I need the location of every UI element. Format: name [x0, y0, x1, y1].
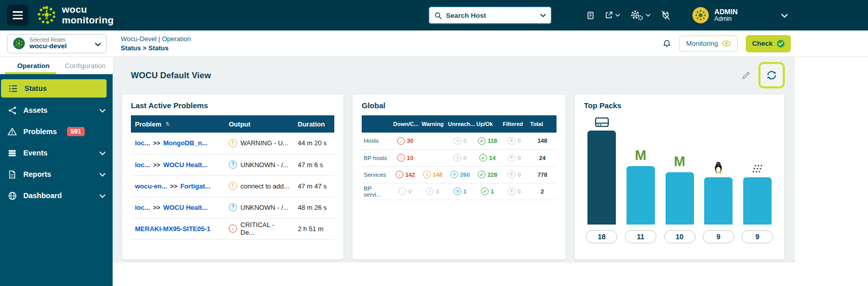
topbar-icon-group — [586, 10, 671, 21]
service-link[interactable]: WOCU Healt... — [163, 204, 207, 211]
pack-count-pill[interactable]: 9 — [703, 230, 734, 243]
report-file-icon — [7, 170, 17, 179]
check-button[interactable]: Check — [746, 35, 791, 52]
realm-selector[interactable]: Selected Realm wocu-devel — [7, 34, 107, 53]
column-header-problem[interactable]: Problem — [131, 115, 225, 133]
host-link[interactable]: MERAKI-MX95-SITE05-1 — [135, 225, 211, 233]
service-link[interactable]: MongoDB_n... — [163, 139, 207, 147]
ok-icon: ✓ — [479, 154, 487, 162]
notifications-bell-icon[interactable] — [663, 39, 671, 48]
ok-icon: ✓ — [481, 187, 489, 195]
pack-bar[interactable] — [704, 177, 733, 225]
user-menu[interactable]: ADMIN Admin — [692, 7, 738, 24]
edit-view-pencil-icon[interactable] — [742, 71, 750, 80]
service-link[interactable]: WOCU Healt... — [163, 161, 207, 169]
gears-icon — [630, 10, 643, 21]
pack-bar[interactable] — [627, 166, 655, 225]
hamburger-menu-button[interactable] — [7, 5, 28, 26]
last-active-problems-card: Last Active Problems Problem Output Dura… — [122, 94, 343, 260]
topbar: wocu monitoring — [0, 0, 868, 30]
problem-row: loc...>>WOCU Healt... ?UNKNOWN - /... 48… — [131, 197, 334, 218]
chevron-down-icon[interactable] — [540, 14, 546, 17]
wocu-logo-icon — [37, 5, 57, 25]
pack-bar[interactable] — [666, 172, 694, 225]
column-header-total: Total — [528, 115, 557, 133]
sidebar-item-reports[interactable]: Reports — [0, 164, 113, 185]
monitoring-button-label: Monitoring — [686, 40, 718, 47]
sidebar-item-label: Reports — [23, 170, 51, 178]
unknown-status-icon: ? — [229, 161, 237, 169]
total-value: 2 — [528, 183, 557, 200]
external-link-menu[interactable] — [605, 11, 620, 19]
chevron-down-icon — [646, 14, 650, 17]
problem-row: loc...>>WOCU Healt... ?UNKNOWN - /... 47… — [131, 154, 334, 175]
warning-icon: ! — [423, 171, 431, 178]
sidebar-item-label: Dashboard — [23, 192, 62, 200]
top-packs-card: Top Packs 18 M 11 — [575, 94, 784, 260]
total-value: 148 — [528, 133, 557, 149]
monitoring-button[interactable]: Monitoring — [679, 36, 738, 52]
sidebar-item-problems[interactable]: Problems 591 — [0, 121, 113, 142]
output-text: WARNING - U... — [240, 139, 288, 147]
chevron-down-icon — [99, 106, 106, 114]
problem-row: wocu-en...>>Fortigat... !connect to add.… — [131, 175, 334, 197]
ok-icon: ✓ — [478, 137, 485, 145]
sidebar-item-assets[interactable]: Assets — [0, 100, 113, 121]
column-header-warning: Warning — [420, 115, 446, 133]
warning-icon: ! — [426, 187, 434, 195]
main-area: WOCU Default View Last Active Probl — [113, 57, 868, 286]
sidebar-item-dashboard[interactable]: Dashboard — [0, 185, 113, 206]
global-row-hosts: Hosts ↓30 ?0 ✓118 0 148 — [362, 133, 557, 149]
docs-icon[interactable] — [586, 11, 595, 20]
host-link[interactable]: wocu-en... — [135, 182, 167, 190]
logo-text-line2: monitoring — [62, 15, 114, 26]
output-text: UNKNOWN - /... — [240, 204, 289, 211]
global-table: Down/C... Warning Unreach... Up/Ok Filte… — [362, 115, 557, 200]
search-host-input[interactable] — [446, 12, 536, 19]
sidebar-item-label: Assets — [23, 106, 48, 114]
pack-column[interactable]: M 10 — [665, 153, 695, 243]
refresh-view-button[interactable] — [758, 62, 785, 88]
search-host-combobox[interactable] — [428, 6, 552, 24]
pack-count-pill[interactable]: 10 — [664, 230, 696, 243]
global-card: Global Down/C... Warning Unreach... Up/O… — [353, 94, 566, 260]
pack-count-pill[interactable]: 11 — [625, 230, 656, 243]
breadcrumb-path: Status > Status — [121, 44, 191, 53]
tab-operation[interactable]: Operation — [17, 62, 50, 70]
service-link[interactable]: Fortigat... — [181, 182, 211, 190]
pack-bar[interactable] — [743, 177, 772, 225]
pack-bar[interactable] — [587, 131, 616, 225]
sidebar-item-events[interactable]: Events — [0, 142, 113, 164]
filter-icon — [508, 187, 515, 195]
sidebar-item-status[interactable]: Status — [1, 79, 107, 98]
tab-configuration[interactable]: Configuration — [65, 62, 106, 70]
pack-count-pill[interactable]: 18 — [586, 230, 617, 243]
host-link[interactable]: loc... — [135, 139, 150, 147]
main-content: WOCU Default View Last Active Probl — [113, 57, 795, 263]
disconnect-plug-icon[interactable] — [661, 10, 671, 20]
column-header-down: Down/C... — [391, 115, 420, 133]
output-text: UNKNOWN - /... — [240, 161, 289, 169]
pack-column[interactable]: 9 — [743, 158, 772, 243]
host-link[interactable]: loc... — [135, 204, 150, 211]
chevron-down-icon — [99, 149, 106, 157]
realm-label: Selected Realm — [29, 37, 67, 43]
pack-column[interactable]: M 11 — [626, 147, 655, 243]
filter-icon — [508, 154, 515, 162]
unreachable-icon: ? — [454, 137, 461, 145]
services-gears-menu[interactable] — [630, 10, 650, 21]
filter-icon — [508, 171, 515, 178]
pack-column[interactable]: 18 — [587, 112, 616, 243]
pack-column[interactable]: 9 — [704, 158, 733, 243]
sidebar: Status Assets Problems 591 Events — [0, 74, 113, 286]
unreachable-icon: ? — [454, 154, 461, 162]
column-header-upok: Up/Ok — [474, 115, 501, 133]
realm-value: wocu-devel — [29, 43, 67, 50]
unknown-icon: ? — [450, 171, 458, 178]
down-icon: ↓ — [397, 154, 405, 162]
user-menu-chevron-icon[interactable] — [781, 11, 788, 20]
down-icon: ↓ — [396, 171, 403, 178]
pack-count-pill[interactable]: 9 — [742, 230, 773, 243]
host-link[interactable]: loc... — [135, 161, 150, 169]
dashboard-globe-icon — [7, 192, 17, 200]
